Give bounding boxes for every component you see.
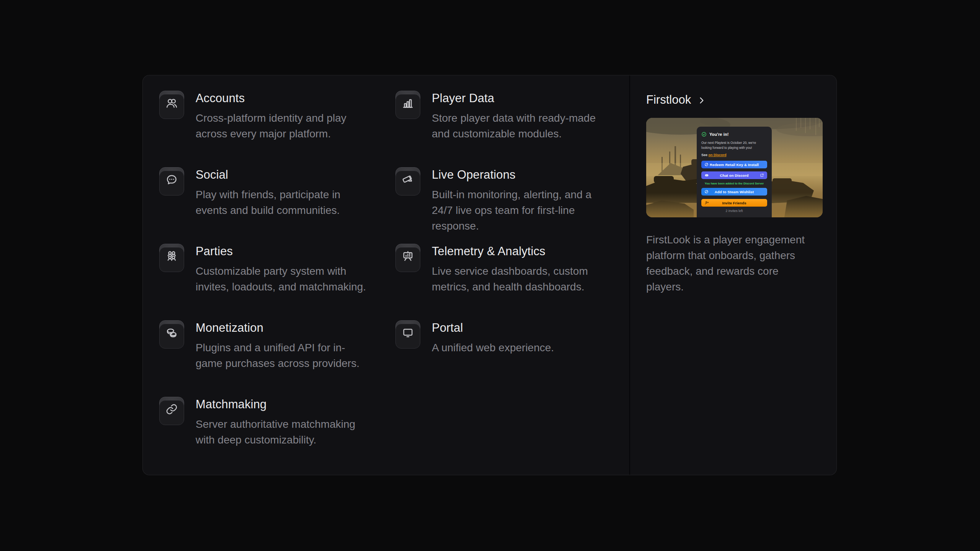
monitor-icon [401, 326, 415, 339]
portal-tile [395, 320, 420, 345]
parties-tile [159, 244, 184, 269]
menu-item-player-data[interactable]: Player Data Store player data with ready… [395, 91, 605, 142]
external-link-icon [760, 173, 764, 178]
menu-item-social[interactable]: Social Play with friends, participate in… [159, 167, 369, 218]
menu-item-parties[interactable]: Parties Customizable party system with i… [159, 244, 369, 295]
menu-item-title: Telemetry & Analytics [432, 244, 605, 259]
menu-item-description: Play with friends, participate in events… [196, 187, 369, 218]
steam-icon [704, 190, 709, 194]
menu-item-monetization[interactable]: Monetization Plugins and a unified API f… [159, 320, 369, 371]
redeem-key-button: Redeem Retail Key & Install [701, 161, 767, 168]
menu-item-accounts[interactable]: Accounts Cross-platform identity and pla… [159, 91, 369, 142]
menu-item-title: Accounts [196, 91, 369, 106]
menu-item-description: Store player data with ready-made and cu… [432, 110, 605, 142]
featured-title: Firstlook [646, 93, 691, 107]
chat-bubble-icon [165, 173, 178, 186]
promo-modal: You're in! Our next Playtest is October … [697, 127, 772, 217]
chain-link-icon [165, 403, 178, 416]
menu-item-description: Built-in monitoring, alerting, and a 24/… [432, 187, 605, 234]
invites-left-label: 2 invites left [701, 209, 767, 213]
menu-item-description: Customizable party system with invites, … [196, 263, 369, 295]
accounts-tile [159, 91, 184, 116]
player-data-tile [395, 91, 420, 116]
steam-icon [704, 163, 709, 167]
live-operations-tile [395, 167, 420, 192]
users-icon [165, 96, 178, 110]
discord-icon [704, 173, 709, 178]
menu-item-title: Monetization [196, 321, 369, 335]
menu-item-title: Social [196, 168, 369, 182]
products-mega-menu: Accounts Cross-platform identity and pla… [142, 75, 837, 475]
menu-item-title: Player Data [432, 91, 605, 106]
menu-item-matchmaking[interactable]: Matchmaking Server authoritative matchma… [159, 397, 369, 448]
users-group-icon [165, 249, 178, 263]
chat-discord-button: Chat on Discord [701, 171, 767, 179]
menu-item-description: A unified web experience. [432, 340, 605, 355]
social-tile [159, 167, 184, 192]
menu-item-title: Live Operations [432, 168, 605, 182]
invite-friends-button: Invite Friends [701, 199, 767, 207]
menu-item-description: Live service dashboards, custom metrics,… [432, 263, 605, 295]
menu-item-title: Parties [196, 244, 369, 259]
check-circle-icon [701, 132, 707, 137]
discord-link: on Discord [709, 153, 727, 157]
matchmaking-tile [159, 397, 184, 422]
menu-item-telemetry-analytics[interactable]: Telemetry & Analytics Live service dashb… [395, 244, 605, 295]
menu-item-description: Server authoritative matchmaking with de… [196, 416, 369, 448]
featured-description: FirstLook is a player engagement platfor… [646, 232, 815, 295]
chevron-right-icon [697, 96, 706, 105]
person-plus-icon [704, 201, 709, 205]
discord-added-note: You have been added to the Discord Serve… [701, 182, 767, 185]
promo-body: Our next Playtest is October 20, we're l… [701, 140, 767, 150]
menu-item-description: Cross-platform identity and play across … [196, 110, 369, 142]
see-prefix: See [701, 153, 709, 157]
steam-wishlist-button: Add to Steam Wishlist [701, 188, 767, 196]
monetization-tile [159, 320, 184, 345]
menu-item-live-operations[interactable]: Live Operations Built-in monitoring, ale… [395, 167, 605, 234]
menu-item-title: Matchmaking [196, 397, 369, 412]
presentation-chart-icon [401, 249, 415, 263]
telemetry-tile [395, 244, 420, 269]
firstlook-link[interactable]: Firstlook [646, 93, 836, 107]
promo-heading: You're in! [709, 132, 728, 137]
menu-item-description: Plugins and a unified API for in-game pu… [196, 340, 369, 371]
coins-icon [165, 326, 178, 339]
menu-item-portal[interactable]: Portal A unified web experience. [395, 320, 605, 355]
security-camera-icon [401, 173, 415, 186]
services-grid: Accounts Cross-platform identity and pla… [143, 75, 629, 475]
menu-item-title: Portal [432, 321, 605, 335]
bar-chart-icon [401, 96, 415, 110]
featured-section: Firstlook [629, 75, 836, 475]
firstlook-promo-card[interactable]: You're in! Our next Playtest is October … [646, 118, 823, 217]
